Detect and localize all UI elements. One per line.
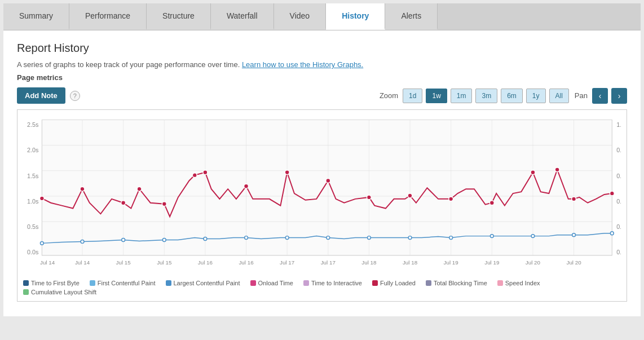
add-note-button[interactable]: Add Note	[17, 87, 65, 104]
tab-waterfall[interactable]: Waterfall	[211, 3, 274, 30]
zoom-label: Zoom	[380, 91, 398, 100]
svg-point-4	[162, 202, 166, 206]
tab-history[interactable]: History	[326, 3, 385, 30]
zoom-1y-button[interactable]: 1y	[526, 89, 546, 103]
tab-alerts[interactable]: Alerts	[385, 3, 438, 30]
svg-point-15	[555, 167, 559, 172]
svg-point-32	[610, 232, 614, 235]
y-right-0.20: 0.20	[616, 223, 621, 230]
svg-point-6	[203, 170, 208, 175]
tab-bar: Summary Performance Structure Waterfall …	[3, 3, 641, 30]
page-title: Report History	[17, 42, 627, 55]
y-right-0.60: 0.60	[616, 173, 621, 179]
legend-dot-tti	[303, 280, 309, 286]
x-label-jul18b: Jul 18	[403, 259, 418, 266]
y-right-0.80: 0.80	[616, 147, 621, 153]
x-label-jul19b: Jul 19	[484, 259, 499, 266]
x-label-jul15b: Jul 15	[157, 259, 172, 266]
x-label-jul20a: Jul 20	[526, 259, 541, 266]
zoom-1m-button[interactable]: 1m	[451, 89, 473, 103]
svg-point-28	[449, 236, 453, 240]
legend-fully-loaded: Fully Loaded	[372, 280, 416, 286]
chart-bg	[42, 120, 612, 255]
legend-cls: Cumulative Layout Shift	[23, 289, 96, 295]
svg-point-24	[285, 236, 289, 240]
legend-label-cls: Cumulative Layout Shift	[31, 289, 96, 295]
legend-dot-si	[497, 280, 503, 286]
svg-point-23	[245, 236, 248, 240]
tab-structure[interactable]: Structure	[147, 3, 211, 30]
svg-point-14	[531, 170, 535, 175]
description-text: A series of graphs to keep track of your…	[17, 60, 240, 69]
pan-left-button[interactable]: ‹	[592, 88, 608, 104]
x-label-jul15a: Jul 15	[116, 259, 131, 266]
legend-tbt: Total Blocking Time	[426, 280, 487, 286]
x-label-jul16b: Jul 16	[239, 259, 254, 266]
legend-tti: Time to Interactive	[303, 280, 362, 286]
y-left-0.0s: 0.0s	[27, 249, 38, 255]
legend-ttfb: Time to First Byte	[23, 280, 80, 286]
svg-point-22	[204, 237, 207, 241]
legend-dot-fcp	[90, 280, 95, 286]
zoom-1d-button[interactable]: 1d	[403, 89, 422, 103]
page-description: A series of graphs to keep track of your…	[17, 60, 627, 69]
x-label-jul20b: Jul 20	[566, 259, 581, 266]
x-label-jul14b: Jul 14	[75, 259, 90, 266]
x-label-jul18a: Jul 18	[361, 259, 377, 266]
legend-dot-onload	[250, 280, 256, 286]
x-label-jul17b: Jul 17	[321, 259, 336, 266]
svg-point-27	[408, 236, 412, 240]
svg-point-26	[367, 236, 370, 240]
legend-label-ttfb: Time to First Byte	[31, 280, 80, 286]
svg-point-11	[408, 193, 412, 198]
legend-lcp: Largest Contentful Paint	[166, 280, 240, 286]
svg-point-1	[80, 187, 85, 191]
svg-point-20	[122, 239, 125, 242]
y-left-2.0s: 2.0s	[27, 147, 38, 153]
svg-point-29	[490, 235, 493, 238]
y-right-1.00: 1.00	[616, 121, 621, 128]
zoom-all-button[interactable]: All	[549, 89, 569, 103]
left-controls: Add Note ?	[17, 87, 80, 104]
tab-summary[interactable]: Summary	[3, 3, 69, 30]
legend-dot-lcp	[166, 280, 171, 286]
pan-right-button[interactable]: ›	[611, 88, 627, 104]
tab-performance[interactable]: Performance	[69, 3, 147, 30]
svg-point-7	[244, 184, 249, 188]
legend-dot-cls	[23, 289, 29, 295]
svg-point-13	[489, 201, 494, 205]
legend-onload: Onload Time	[250, 280, 293, 286]
svg-point-19	[81, 240, 84, 243]
history-graphs-link[interactable]: Learn how to use the History Graphs.	[242, 60, 363, 69]
legend-label-fl: Fully Loaded	[380, 280, 416, 286]
svg-point-3	[137, 187, 142, 191]
legend-label-lcp: Largest Contentful Paint	[174, 280, 240, 286]
svg-point-25	[327, 236, 330, 240]
zoom-3m-button[interactable]: 3m	[475, 89, 497, 103]
svg-point-21	[162, 239, 166, 242]
x-label-jul16a: Jul 16	[198, 259, 213, 266]
legend-dot-ttfb	[23, 280, 29, 286]
legend-speed-index: Speed Index	[497, 280, 540, 286]
x-label-jul14a: Jul 14	[40, 259, 55, 266]
legend-label-fcp: First Contentful Paint	[98, 280, 156, 286]
controls-bar: Add Note ? Zoom 1d 1w 1m 3m 6m 1y All Pa…	[17, 87, 627, 104]
svg-point-12	[449, 197, 453, 201]
zoom-6m-button[interactable]: 6m	[501, 89, 523, 103]
svg-point-8	[285, 170, 289, 175]
right-controls: Zoom 1d 1w 1m 3m 6m 1y All Pan ‹ ›	[380, 88, 627, 104]
zoom-1w-button[interactable]: 1w	[426, 89, 447, 103]
pan-label: Pan	[575, 91, 588, 100]
page-container: Summary Performance Structure Waterfall …	[0, 0, 644, 340]
chart-svg: 2.5s 2.0s 1.5s 1.0s 0.5s 0.0s 1.00 0.80 …	[23, 116, 621, 273]
help-icon[interactable]: ?	[70, 91, 80, 101]
legend-dot-tbt	[426, 280, 431, 286]
svg-point-2	[121, 201, 126, 205]
chart-container: 2.5s 2.0s 1.5s 1.0s 0.5s 0.0s 1.00 0.80 …	[17, 109, 627, 302]
legend-label-tbt: Total Blocking Time	[434, 280, 487, 286]
tab-video[interactable]: Video	[274, 3, 327, 30]
main-content: Report History A series of graphs to kee…	[3, 30, 641, 316]
svg-point-10	[367, 195, 372, 200]
legend-label-onload: Onload Time	[258, 280, 293, 286]
legend-label-si: Speed Index	[505, 280, 540, 286]
